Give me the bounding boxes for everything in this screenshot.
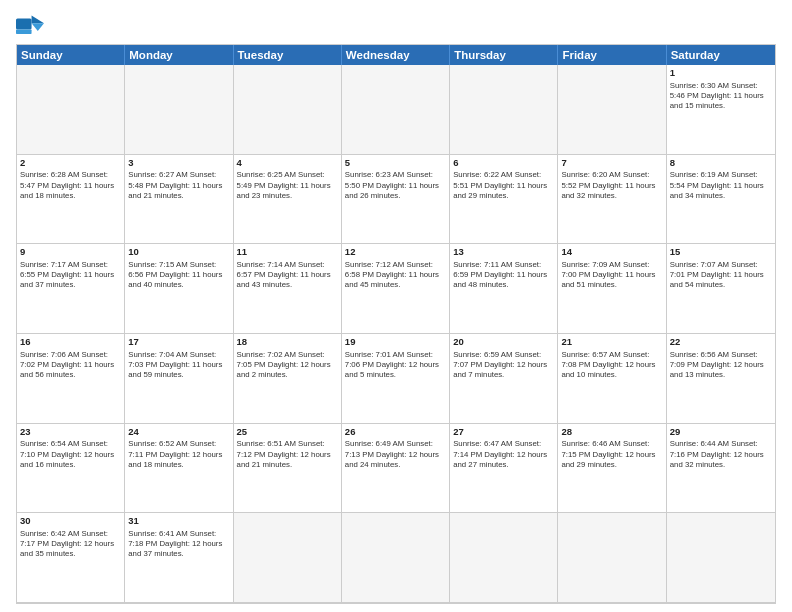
header-day-tuesday: Tuesday: [234, 45, 342, 65]
calendar-day-10: 10Sunrise: 7:15 AM Sunset: 6:56 PM Dayli…: [125, 244, 233, 334]
calendar-empty-cell: [342, 513, 450, 603]
calendar-day-14: 14Sunrise: 7:09 AM Sunset: 7:00 PM Dayli…: [558, 244, 666, 334]
header: [16, 12, 776, 36]
day-info: Sunrise: 7:01 AM Sunset: 7:06 PM Dayligh…: [345, 350, 446, 380]
day-info: Sunrise: 6:44 AM Sunset: 7:16 PM Dayligh…: [670, 439, 772, 469]
calendar-day-18: 18Sunrise: 7:02 AM Sunset: 7:05 PM Dayli…: [234, 334, 342, 424]
day-number: 4: [237, 157, 338, 170]
calendar-empty-cell: [667, 513, 775, 603]
day-number: 8: [670, 157, 772, 170]
day-number: 2: [20, 157, 121, 170]
header-day-wednesday: Wednesday: [342, 45, 450, 65]
day-info: Sunrise: 6:20 AM Sunset: 5:52 PM Dayligh…: [561, 170, 662, 200]
day-info: Sunrise: 6:41 AM Sunset: 7:18 PM Dayligh…: [128, 529, 229, 559]
day-number: 12: [345, 246, 446, 259]
header-day-saturday: Saturday: [667, 45, 775, 65]
calendar-body: 1Sunrise: 6:30 AM Sunset: 5:46 PM Daylig…: [17, 65, 775, 603]
calendar: SundayMondayTuesdayWednesdayThursdayFrid…: [16, 44, 776, 604]
day-info: Sunrise: 7:14 AM Sunset: 6:57 PM Dayligh…: [237, 260, 338, 290]
day-number: 31: [128, 515, 229, 528]
day-info: Sunrise: 6:25 AM Sunset: 5:49 PM Dayligh…: [237, 170, 338, 200]
calendar-day-25: 25Sunrise: 6:51 AM Sunset: 7:12 PM Dayli…: [234, 424, 342, 514]
day-info: Sunrise: 7:11 AM Sunset: 6:59 PM Dayligh…: [453, 260, 554, 290]
calendar-empty-cell: [234, 65, 342, 155]
calendar-empty-cell: [17, 65, 125, 155]
day-number: 26: [345, 426, 446, 439]
calendar-day-15: 15Sunrise: 7:07 AM Sunset: 7:01 PM Dayli…: [667, 244, 775, 334]
day-number: 29: [670, 426, 772, 439]
day-number: 20: [453, 336, 554, 349]
day-info: Sunrise: 6:42 AM Sunset: 7:17 PM Dayligh…: [20, 529, 121, 559]
day-number: 30: [20, 515, 121, 528]
header-day-monday: Monday: [125, 45, 233, 65]
page: SundayMondayTuesdayWednesdayThursdayFrid…: [0, 0, 792, 612]
calendar-day-7: 7Sunrise: 6:20 AM Sunset: 5:52 PM Daylig…: [558, 155, 666, 245]
day-number: 27: [453, 426, 554, 439]
day-number: 21: [561, 336, 662, 349]
calendar-day-19: 19Sunrise: 7:01 AM Sunset: 7:06 PM Dayli…: [342, 334, 450, 424]
day-info: Sunrise: 6:51 AM Sunset: 7:12 PM Dayligh…: [237, 439, 338, 469]
day-number: 28: [561, 426, 662, 439]
calendar-day-22: 22Sunrise: 6:56 AM Sunset: 7:09 PM Dayli…: [667, 334, 775, 424]
svg-marker-2: [32, 23, 44, 31]
day-number: 13: [453, 246, 554, 259]
day-info: Sunrise: 7:15 AM Sunset: 6:56 PM Dayligh…: [128, 260, 229, 290]
svg-marker-1: [32, 15, 44, 23]
calendar-day-4: 4Sunrise: 6:25 AM Sunset: 5:49 PM Daylig…: [234, 155, 342, 245]
calendar-day-1: 1Sunrise: 6:30 AM Sunset: 5:46 PM Daylig…: [667, 65, 775, 155]
header-day-thursday: Thursday: [450, 45, 558, 65]
calendar-day-16: 16Sunrise: 7:06 AM Sunset: 7:02 PM Dayli…: [17, 334, 125, 424]
calendar-day-30: 30Sunrise: 6:42 AM Sunset: 7:17 PM Dayli…: [17, 513, 125, 603]
day-info: Sunrise: 7:07 AM Sunset: 7:01 PM Dayligh…: [670, 260, 772, 290]
calendar-header: SundayMondayTuesdayWednesdayThursdayFrid…: [17, 45, 775, 65]
header-day-sunday: Sunday: [17, 45, 125, 65]
calendar-day-23: 23Sunrise: 6:54 AM Sunset: 7:10 PM Dayli…: [17, 424, 125, 514]
day-number: 1: [670, 67, 772, 80]
calendar-empty-cell: [450, 513, 558, 603]
calendar-day-11: 11Sunrise: 7:14 AM Sunset: 6:57 PM Dayli…: [234, 244, 342, 334]
calendar-empty-cell: [342, 65, 450, 155]
calendar-day-24: 24Sunrise: 6:52 AM Sunset: 7:11 PM Dayli…: [125, 424, 233, 514]
day-number: 22: [670, 336, 772, 349]
day-info: Sunrise: 6:27 AM Sunset: 5:48 PM Dayligh…: [128, 170, 229, 200]
calendar-day-26: 26Sunrise: 6:49 AM Sunset: 7:13 PM Dayli…: [342, 424, 450, 514]
day-number: 23: [20, 426, 121, 439]
calendar-day-6: 6Sunrise: 6:22 AM Sunset: 5:51 PM Daylig…: [450, 155, 558, 245]
day-number: 16: [20, 336, 121, 349]
day-number: 15: [670, 246, 772, 259]
calendar-day-3: 3Sunrise: 6:27 AM Sunset: 5:48 PM Daylig…: [125, 155, 233, 245]
day-number: 17: [128, 336, 229, 349]
day-info: Sunrise: 6:28 AM Sunset: 5:47 PM Dayligh…: [20, 170, 121, 200]
calendar-day-9: 9Sunrise: 7:17 AM Sunset: 6:55 PM Daylig…: [17, 244, 125, 334]
day-number: 5: [345, 157, 446, 170]
calendar-day-2: 2Sunrise: 6:28 AM Sunset: 5:47 PM Daylig…: [17, 155, 125, 245]
day-info: Sunrise: 6:22 AM Sunset: 5:51 PM Dayligh…: [453, 170, 554, 200]
calendar-day-31: 31Sunrise: 6:41 AM Sunset: 7:18 PM Dayli…: [125, 513, 233, 603]
day-info: Sunrise: 6:56 AM Sunset: 7:09 PM Dayligh…: [670, 350, 772, 380]
calendar-day-8: 8Sunrise: 6:19 AM Sunset: 5:54 PM Daylig…: [667, 155, 775, 245]
calendar-empty-cell: [558, 65, 666, 155]
calendar-day-12: 12Sunrise: 7:12 AM Sunset: 6:58 PM Dayli…: [342, 244, 450, 334]
day-number: 25: [237, 426, 338, 439]
day-info: Sunrise: 6:30 AM Sunset: 5:46 PM Dayligh…: [670, 81, 772, 111]
day-info: Sunrise: 6:57 AM Sunset: 7:08 PM Dayligh…: [561, 350, 662, 380]
calendar-day-29: 29Sunrise: 6:44 AM Sunset: 7:16 PM Dayli…: [667, 424, 775, 514]
day-info: Sunrise: 7:06 AM Sunset: 7:02 PM Dayligh…: [20, 350, 121, 380]
day-info: Sunrise: 6:46 AM Sunset: 7:15 PM Dayligh…: [561, 439, 662, 469]
calendar-empty-cell: [558, 513, 666, 603]
calendar-empty-cell: [450, 65, 558, 155]
calendar-day-13: 13Sunrise: 7:11 AM Sunset: 6:59 PM Dayli…: [450, 244, 558, 334]
day-info: Sunrise: 6:23 AM Sunset: 5:50 PM Dayligh…: [345, 170, 446, 200]
day-number: 10: [128, 246, 229, 259]
day-info: Sunrise: 6:59 AM Sunset: 7:07 PM Dayligh…: [453, 350, 554, 380]
calendar-day-5: 5Sunrise: 6:23 AM Sunset: 5:50 PM Daylig…: [342, 155, 450, 245]
day-info: Sunrise: 6:19 AM Sunset: 5:54 PM Dayligh…: [670, 170, 772, 200]
day-info: Sunrise: 6:49 AM Sunset: 7:13 PM Dayligh…: [345, 439, 446, 469]
day-info: Sunrise: 6:47 AM Sunset: 7:14 PM Dayligh…: [453, 439, 554, 469]
day-info: Sunrise: 6:52 AM Sunset: 7:11 PM Dayligh…: [128, 439, 229, 469]
day-number: 9: [20, 246, 121, 259]
day-info: Sunrise: 7:04 AM Sunset: 7:03 PM Dayligh…: [128, 350, 229, 380]
day-number: 6: [453, 157, 554, 170]
day-number: 19: [345, 336, 446, 349]
generalblue-logo-icon: [16, 12, 44, 36]
